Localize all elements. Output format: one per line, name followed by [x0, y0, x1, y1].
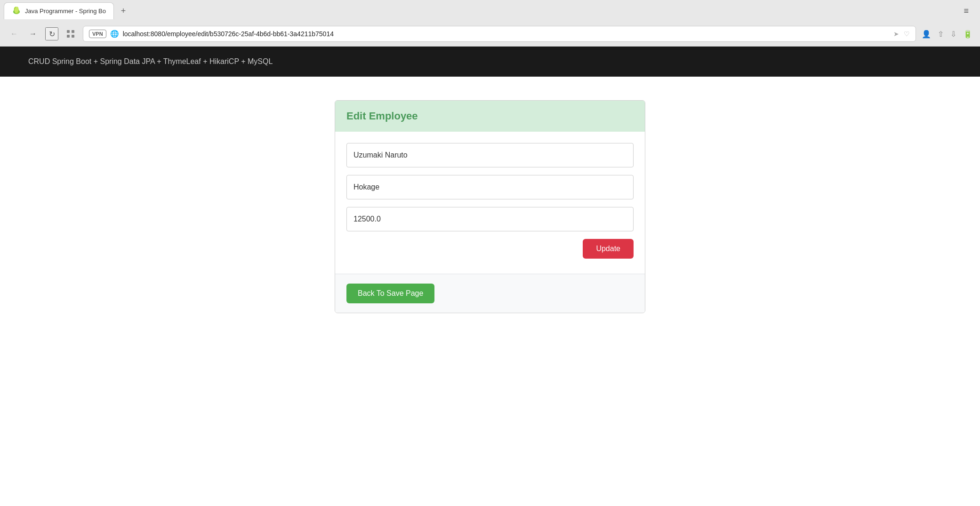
svg-rect-3: [67, 30, 70, 33]
svg-rect-4: [72, 30, 74, 33]
url-text: localhost:8080/employee/edit/b530726c-25…: [123, 30, 890, 38]
url-bar[interactable]: VPN 🌐 localhost:8080/employee/edit/b5307…: [83, 26, 916, 42]
salary-input[interactable]: [346, 207, 634, 231]
svg-rect-6: [72, 35, 74, 38]
update-button[interactable]: Update: [583, 239, 634, 259]
back-nav-button[interactable]: ←: [8, 27, 21, 40]
update-btn-row: Update: [346, 239, 634, 262]
favorite-icon[interactable]: ♡: [904, 30, 910, 38]
svg-rect-5: [67, 35, 70, 38]
new-tab-button[interactable]: +: [116, 3, 131, 18]
app-header-title: CRUD Spring Boot + Spring Data JPA + Thy…: [28, 57, 273, 66]
download-icon[interactable]: ⇩: [950, 30, 956, 39]
tab-bar: Java Programmer - Spring Bo + ≡: [0, 0, 980, 22]
address-bar: ← → ↻ VPN 🌐 localhost:8080/employee/edit…: [0, 22, 980, 46]
browser-menu-icon[interactable]: ≡: [964, 6, 976, 16]
card-header: Edit Employee: [335, 101, 645, 132]
forward-nav-button[interactable]: →: [26, 27, 40, 40]
back-to-save-page-button[interactable]: Back To Save Page: [346, 284, 434, 303]
page-content: Edit Employee Update Back To Save Page: [0, 77, 980, 506]
person-icon[interactable]: 👤: [922, 30, 931, 39]
url-action-icons: ➤ ♡: [893, 30, 910, 38]
browser-chrome: Java Programmer - Spring Bo + ≡ ← → ↻ VP…: [0, 0, 980, 47]
browser-action-icons: 👤 ⇧ ⇩ 🔋: [922, 30, 972, 39]
card-footer: Back To Save Page: [335, 274, 645, 313]
battery-icon: 🔋: [963, 30, 972, 39]
vpn-badge: VPN: [89, 30, 106, 38]
edit-employee-card: Edit Employee Update Back To Save Page: [335, 100, 645, 313]
name-input[interactable]: [346, 143, 634, 167]
grid-view-icon[interactable]: [64, 27, 77, 40]
card-title: Edit Employee: [346, 110, 418, 122]
upload-icon[interactable]: ⇧: [938, 30, 944, 39]
browser-tab[interactable]: Java Programmer - Spring Bo: [4, 2, 114, 19]
department-input[interactable]: [346, 175, 634, 199]
card-body: Update: [335, 132, 645, 274]
tab-title: Java Programmer - Spring Bo: [25, 8, 106, 15]
app-header: CRUD Spring Boot + Spring Data JPA + Thy…: [0, 47, 980, 77]
reload-button[interactable]: ↻: [45, 27, 58, 40]
globe-icon: 🌐: [110, 30, 119, 38]
share-icon[interactable]: ➤: [893, 30, 899, 38]
tab-favicon: [12, 6, 21, 16]
